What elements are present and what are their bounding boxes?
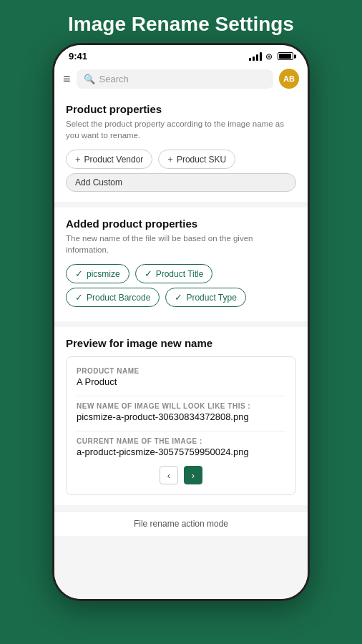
next-page-button[interactable]: › bbox=[184, 466, 202, 484]
new-name-label: NEW NAME OF IMAGE WILL LOOK LIKE THIS : bbox=[77, 402, 285, 410]
wifi-icon: ⊛ bbox=[265, 52, 273, 62]
status-time: 9:41 bbox=[69, 51, 87, 62]
plus-icon-vendor: + bbox=[75, 154, 81, 165]
added-properties-title: Added product properties bbox=[66, 218, 296, 230]
added-tags-row-1: ✓ picsmize ✓ Product Title bbox=[66, 264, 296, 283]
prev-page-button[interactable]: ‹ bbox=[160, 466, 178, 484]
status-bar: 9:41 ⊛ bbox=[54, 45, 308, 64]
product-properties-section: Product properties Select the product pr… bbox=[54, 93, 308, 202]
added-tags-row-2: ✓ Product Barcode ✓ Product Type bbox=[66, 288, 296, 307]
preview-divider-1 bbox=[77, 396, 285, 396]
product-name-label: PRODUCT NAME bbox=[77, 367, 285, 375]
new-name-value: picsmize-a-product-30630834372808.png bbox=[77, 411, 285, 422]
status-icons: ⊛ bbox=[249, 52, 293, 62]
tag-vendor-label: Product Vendor bbox=[84, 155, 144, 165]
top-bar: ≡ 🔍 Search AB bbox=[54, 64, 308, 93]
pagination: ‹ › bbox=[77, 466, 285, 484]
tag-picsmize-label: picsmize bbox=[87, 269, 120, 279]
tag-type-label: Product Type bbox=[186, 293, 237, 303]
page-title: Image Rename Settings bbox=[0, 0, 362, 43]
product-properties-desc: Select the product property according to… bbox=[66, 118, 296, 141]
search-box[interactable]: 🔍 Search bbox=[77, 69, 273, 89]
plus-icon-sku: + bbox=[167, 154, 173, 165]
preview-title: Preview for image new name bbox=[66, 337, 296, 349]
add-custom-button[interactable]: Add Custom bbox=[66, 173, 296, 192]
tag-title-label: Product Title bbox=[156, 269, 204, 279]
preview-divider-2 bbox=[77, 431, 285, 431]
product-properties-title: Product properties bbox=[66, 103, 296, 115]
preview-card: PRODUCT NAME A Product NEW NAME OF IMAGE… bbox=[66, 356, 296, 495]
added-properties-desc: The new name of the file will be based o… bbox=[66, 233, 296, 255]
check-icon-barcode: ✓ bbox=[75, 292, 83, 303]
check-icon-picsmize: ✓ bbox=[75, 268, 83, 279]
product-properties-tags: + Product Vendor + Product SKU bbox=[66, 150, 296, 169]
tag-product-title[interactable]: ✓ Product Title bbox=[135, 264, 213, 283]
tag-sku-label: Product SKU bbox=[177, 155, 226, 165]
avatar[interactable]: AB bbox=[279, 69, 299, 89]
bottom-hint: File rename action mode bbox=[54, 511, 308, 536]
tag-barcode-label: Product Barcode bbox=[87, 293, 150, 303]
tag-picsmize[interactable]: ✓ picsmize bbox=[66, 264, 129, 283]
search-icon: 🔍 bbox=[84, 74, 95, 84]
current-name-value: a-product-picsmize-30575759950024.png bbox=[77, 447, 285, 457]
signal-bars-icon bbox=[249, 52, 262, 61]
tag-product-barcode[interactable]: ✓ Product Barcode bbox=[66, 288, 160, 307]
tag-product-vendor[interactable]: + Product Vendor bbox=[66, 150, 152, 169]
search-placeholder: Search bbox=[99, 74, 129, 84]
content-area: Product properties Select the product pr… bbox=[54, 93, 308, 599]
preview-section: Preview for image new name PRODUCT NAME … bbox=[54, 327, 308, 505]
current-name-label: CURRENT NAME OF THE IMAGE : bbox=[77, 437, 285, 445]
bottom-hint-label: File rename action mode bbox=[134, 519, 228, 529]
phone-frame: 9:41 ⊛ ≡ 🔍 Search AB Product properties … bbox=[52, 43, 310, 601]
check-icon-type: ✓ bbox=[175, 292, 182, 303]
added-properties-section: Added product properties The new name of… bbox=[54, 208, 308, 321]
battery-icon bbox=[278, 52, 293, 60]
product-name-value: A Product bbox=[77, 376, 285, 387]
menu-icon[interactable]: ≡ bbox=[63, 72, 71, 87]
tag-product-sku[interactable]: + Product SKU bbox=[158, 150, 235, 169]
tag-product-type[interactable]: ✓ Product Type bbox=[165, 288, 246, 307]
check-icon-title: ✓ bbox=[145, 268, 152, 279]
add-custom-label: Add Custom bbox=[75, 177, 122, 187]
